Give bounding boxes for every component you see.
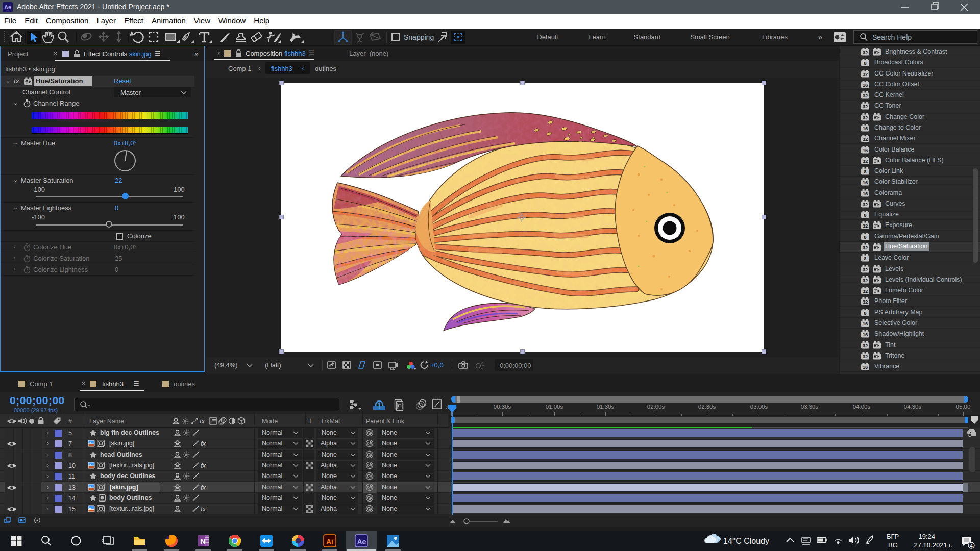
svg-text:32: 32: [863, 278, 868, 283]
svg-text:8: 8: [864, 60, 866, 66]
svg-text:32: 32: [863, 71, 868, 77]
svg-text:32: 32: [863, 354, 868, 359]
svg-text:Ae: Ae: [357, 538, 366, 546]
svg-text:32: 32: [863, 49, 868, 55]
svg-text:8: 8: [864, 234, 866, 240]
svg-text:Ai: Ai: [326, 538, 333, 546]
svg-text:32: 32: [863, 93, 868, 98]
svg-text:fx: fx: [200, 417, 205, 425]
svg-text:16: 16: [863, 321, 868, 327]
svg-text:32: 32: [863, 104, 868, 109]
svg-text:32: 32: [863, 343, 868, 348]
svg-text:16: 16: [863, 364, 868, 370]
svg-text:32: 32: [863, 136, 868, 142]
svg-text:Snapping: Snapping: [404, 33, 434, 41]
svg-text:32: 32: [863, 202, 868, 207]
svg-text:32: 32: [863, 267, 868, 272]
svg-text:32: 32: [863, 288, 868, 294]
svg-text:32: 32: [863, 245, 868, 251]
svg-text:16: 16: [863, 82, 868, 88]
svg-text:8: 8: [864, 310, 866, 316]
svg-text:32: 32: [863, 223, 868, 229]
svg-text:N: N: [200, 537, 206, 545]
svg-text:8: 8: [864, 212, 866, 218]
svg-text:32: 32: [863, 299, 868, 305]
svg-text:fx: fx: [201, 484, 206, 491]
svg-text:32: 32: [863, 158, 868, 164]
svg-text:16: 16: [863, 332, 868, 337]
svg-text:16: 16: [863, 180, 868, 185]
svg-text:16: 16: [863, 126, 868, 131]
svg-text:32: 32: [863, 115, 868, 120]
svg-text:fx: fx: [201, 440, 206, 447]
svg-text:4: 4: [970, 543, 973, 549]
svg-text:8: 8: [864, 169, 866, 174]
svg-text:16: 16: [863, 191, 868, 196]
svg-text:fx: fx: [201, 505, 206, 513]
svg-text:16: 16: [863, 147, 868, 153]
svg-text:fx: fx: [201, 462, 206, 469]
svg-text:14°C Cloudy: 14°C Cloudy: [723, 537, 769, 545]
svg-text:8: 8: [864, 256, 866, 261]
